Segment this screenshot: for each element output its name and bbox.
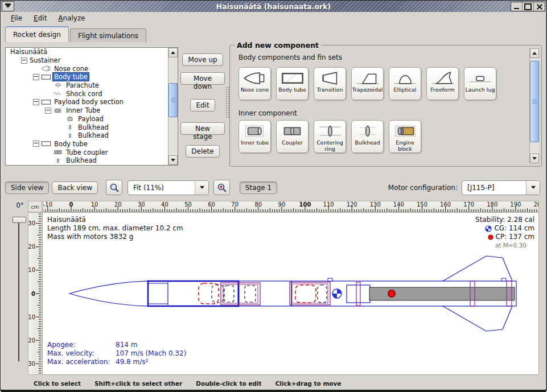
add-body-tube-button[interactable]: Body tube [276,67,309,100]
menu-analyze[interactable]: Analyze [52,13,91,23]
fin-bottom-shape[interactable] [443,306,512,331]
scroll-down-icon[interactable] [168,155,178,165]
zoom-in-button[interactable] [213,180,230,195]
tree-item-body-tube[interactable]: Body tube [6,140,168,148]
move-up-button[interactable]: Move up [182,53,223,66]
shock-cord-shapes[interactable] [212,284,327,303]
transition-icon [317,69,343,86]
collapse-icon[interactable] [33,141,39,147]
add-transition-button[interactable]: Transition [314,67,346,100]
tree-item-haisunäätä[interactable]: Haisunäätä [6,48,168,56]
tree-item-payload-body-section[interactable]: Payload body section [6,98,168,106]
add-component-title: Add new component [235,41,321,49]
fin-top-shape[interactable] [443,256,512,281]
cp-value: CP: 137 cm [496,233,534,241]
delete-button[interactable]: Delete [186,145,219,158]
add-panel-scrollbar[interactable] [529,48,539,163]
component-button-label: Inner tube [241,140,269,146]
launch-lug-1-shape[interactable] [328,278,332,281]
launch-lug-2-shape[interactable] [501,278,506,281]
minimize-icon[interactable] [511,2,522,11]
scroll-down-icon[interactable] [530,154,539,163]
motor-mount-tube-shape[interactable] [347,285,370,303]
tree-item-bulkhead[interactable]: Bulkhead [6,131,168,140]
stability-info: Stability: 2.28 cal CG: 114 cm CP: 137 c… [475,216,534,250]
tree-item-label: Haisunäätä [9,48,48,56]
move-down-button[interactable]: Move down [180,72,225,85]
cg-icon [485,225,492,232]
tree-item-label: Payload body section [53,98,125,106]
tree-item-parachute[interactable]: Parachute [6,81,168,90]
window-menu-icon[interactable] [2,1,14,11]
trapezoidal-fin-icon [355,69,381,86]
menu-edit[interactable]: Edit [28,13,52,23]
centering-ring-fwd-shape[interactable] [356,282,360,306]
motor-config-select[interactable]: [J115-P] [462,180,540,195]
tree-item-bulkhead[interactable]: Bulkhead [6,156,168,165]
svg-text:80: 80 [254,201,262,208]
add-elliptical-button[interactable]: Elliptical [389,67,421,100]
edit-button[interactable]: Edit [190,99,215,112]
close-icon[interactable] [533,2,545,11]
slider-handle[interactable] [13,217,26,223]
split-divider[interactable] [225,86,229,118]
new-stage-button[interactable]: New stage [180,122,225,135]
tree-item-shock-cord[interactable]: Shock cord [6,89,168,98]
tree-scrollbar[interactable] [168,48,178,165]
title-bar[interactable]: Haisunäätä (haisunaata.ork) [1,1,546,12]
tree-item-nose-cone[interactable]: Nose cone [6,64,168,73]
tree-item-label: Sustainer [28,56,61,64]
add-launch-lug-button[interactable]: Launch lug [464,67,496,100]
add-bulkhead-button[interactable]: Bulkhead [351,120,384,153]
svg-text:130: 130 [370,201,381,208]
chevron-down-icon[interactable] [526,181,540,195]
side-view-button[interactable]: Side view [5,181,49,194]
parachute-shapes[interactable] [199,283,316,304]
scroll-track[interactable] [168,57,178,155]
menu-file[interactable]: File [5,13,28,23]
back-view-button[interactable]: Back view [52,181,98,194]
add-trapezoidal-button[interactable]: Trapezoidal [351,67,384,100]
stage-1-toggle[interactable]: Stage 1 [240,181,277,194]
scroll-thumb[interactable] [168,83,178,117]
chevron-down-icon[interactable] [195,181,208,195]
add-component-panel: Add new component Body components and fi… [229,45,542,167]
tree-item-sustainer[interactable]: Sustainer [6,56,168,65]
maximize-icon[interactable] [522,2,533,11]
add-coupler-button[interactable]: Coupler [276,120,309,153]
add-engine-block-button[interactable]: Engine block [389,120,421,153]
svg-text:150: 150 [417,201,427,208]
tree-item-tube-coupler[interactable]: Tube coupler [6,148,168,156]
scroll-up-icon[interactable] [168,48,178,57]
collapse-icon[interactable] [33,74,39,80]
body-tube-1-selected-shape[interactable] [148,281,238,306]
svg-text:-10: -10 [28,267,35,273]
add-freeform-button[interactable]: Freeform [426,67,459,100]
collapse-icon[interactable] [33,99,39,105]
rocket-canvas[interactable]: Haisunäätä Length 189 cm, max. diameter … [42,212,539,375]
add-inner-tube-button[interactable]: Inner tube [238,120,271,153]
collapse-icon[interactable] [45,108,51,114]
collapse-icon[interactable] [21,57,27,64]
tree-item-body-tube[interactable]: Body tube [6,73,168,81]
action-buttons: Move upMove downEditNew stageDelete [180,42,225,174]
zoom-out-button[interactable] [106,180,122,195]
add-nose-cone-button[interactable]: Nose cone [238,67,271,100]
bodytube-icon [40,98,53,106]
bulkhead-icon [64,132,77,139]
tree-item-bulkhead[interactable]: Bulkhead [6,123,168,131]
zoom-level-select[interactable]: Fit (11%) [128,180,209,195]
nose-cone-shape[interactable] [69,281,148,306]
nose-shoulder [148,282,168,305]
bodytube-icon [279,69,306,86]
tab-rocket-design[interactable]: Rocket design [5,26,69,42]
scroll-track[interactable] [530,58,539,154]
scroll-up-icon[interactable] [530,48,539,58]
scroll-thumb[interactable] [530,61,539,142]
tab-flight-simulations[interactable]: Flight simulations [70,28,146,42]
tree-item-inner-tube[interactable]: Inner Tube [6,106,168,115]
add-centering-ring-button[interactable]: Centering ring [314,120,346,153]
rocket-info: Haisunäätä Length 189 cm, max. diameter … [47,216,183,241]
tree-item-payload[interactable]: Payload [6,115,168,123]
rotation-slider[interactable] [12,217,26,362]
